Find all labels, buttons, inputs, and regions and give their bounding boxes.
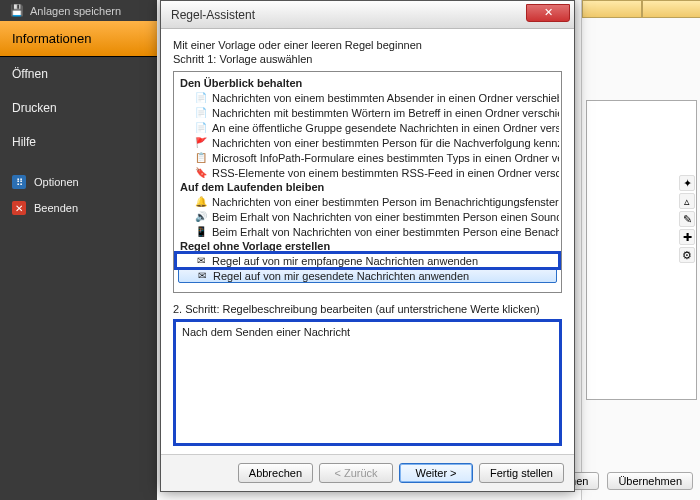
template-item[interactable]: 📋Microsoft InfoPath-Formulare eines best… (176, 150, 559, 165)
sidebar-item-print[interactable]: Drucken (0, 91, 157, 125)
step1-label: Schritt 1: Vorlage auswählen (173, 53, 562, 65)
sidebar-item-help[interactable]: Hilfe (0, 125, 157, 159)
sidebar-sub-label: Optionen (34, 176, 79, 188)
template-item[interactable]: 🔖RSS-Elemente von einem bestimmten RSS-F… (176, 165, 559, 180)
close-icon: ✕ (544, 6, 553, 19)
bg-toolbar: ✦ ▵ ✎ ✚ ⚙ (679, 175, 695, 263)
template-label: Nachrichten von einem bestimmten Absende… (212, 92, 559, 104)
template-item[interactable]: 🔔Nachrichten von einer bestimmten Person… (176, 194, 559, 209)
template-icon: 🔔 (194, 195, 208, 208)
sidebar-item-open[interactable]: Öffnen (0, 57, 157, 91)
template-item[interactable]: ✉Regel auf von mir empfangene Nachrichte… (176, 253, 559, 268)
bg-tool-icon[interactable]: ⚙ (679, 247, 695, 263)
cancel-button[interactable]: Abbrechen (238, 463, 313, 483)
template-icon: 📄 (194, 121, 208, 134)
template-icon: 📱 (194, 225, 208, 238)
template-label: Microsoft InfoPath-Formulare eines besti… (212, 152, 559, 164)
template-icon: 🔊 (194, 210, 208, 223)
sidebar-item-information[interactable]: Informationen (0, 21, 157, 57)
template-item[interactable]: ✉Regel auf von mir gesendete Nachrichten… (178, 268, 557, 283)
background-panel: ✦ ▵ ✎ ✚ ⚙ brechen Übernehmen (581, 0, 700, 500)
template-category: Regel ohne Vorlage erstellen (176, 239, 559, 253)
template-icon: ✉ (194, 254, 208, 267)
next-button[interactable]: Weiter > (399, 463, 473, 483)
template-item[interactable]: 🚩Nachrichten von einer bestimmten Person… (176, 135, 559, 150)
rule-wizard-dialog: Regel-Assistent ✕ Mit einer Vorlage oder… (160, 0, 575, 492)
template-icon: 🔖 (194, 166, 208, 179)
app-window: 💾 Anlagen speichern Informationen Öffnen… (0, 0, 700, 500)
template-item[interactable]: 📄Nachrichten mit bestimmten Wörtern im B… (176, 105, 559, 120)
bg-tabstrip (582, 0, 700, 18)
template-item[interactable]: 📄Nachrichten von einem bestimmten Absend… (176, 90, 559, 105)
template-icon: 📋 (194, 151, 208, 164)
sidebar-item-options[interactable]: ⠿ Optionen (0, 169, 157, 195)
template-item[interactable]: 🔊Beim Erhalt von Nachrichten von einer b… (176, 209, 559, 224)
sidebar-top-item[interactable]: 💾 Anlagen speichern (0, 0, 157, 21)
save-attachments-icon: 💾 (10, 4, 24, 17)
sidebar-sub-label: Beenden (34, 202, 78, 214)
exit-icon: ✕ (12, 201, 26, 215)
template-category: Den Überblick behalten (176, 76, 559, 90)
template-label: Nachrichten von einer bestimmten Person … (212, 137, 559, 149)
template-icon: ✉ (195, 269, 209, 282)
template-label: Nachrichten mit bestimmten Wörtern im Be… (212, 107, 559, 119)
rule-description-text: Nach dem Senden einer Nachricht (182, 326, 350, 338)
template-label: An eine öffentliche Gruppe gesendete Nac… (212, 122, 559, 134)
template-icon: 📄 (194, 91, 208, 104)
bg-tool-icon[interactable]: ▵ (679, 193, 695, 209)
backstage-sidebar: 💾 Anlagen speichern Informationen Öffnen… (0, 0, 157, 500)
dialog-body: Mit einer Vorlage oder einer leeren Rege… (161, 29, 574, 454)
template-listbox[interactable]: Den Überblick behalten📄Nachrichten von e… (173, 71, 562, 293)
back-button: < Zurück (319, 463, 393, 483)
template-label: Beim Erhalt von Nachrichten von einer be… (212, 211, 559, 223)
sidebar-item-exit[interactable]: ✕ Beenden (0, 195, 157, 221)
finish-button[interactable]: Fertig stellen (479, 463, 564, 483)
close-button[interactable]: ✕ (526, 4, 570, 22)
template-label: Beim Erhalt von Nachrichten von einer be… (212, 226, 559, 238)
dialog-footer: Abbrechen < Zurück Weiter > Fertig stell… (161, 454, 574, 491)
bg-apply-button[interactable]: Übernehmen (607, 472, 693, 490)
template-icon: 📄 (194, 106, 208, 119)
dialog-title: Regel-Assistent (171, 8, 526, 22)
template-item[interactable]: 📱Beim Erhalt von Nachrichten von einer b… (176, 224, 559, 239)
sidebar-top-label: Anlagen speichern (30, 5, 121, 17)
template-item[interactable]: 📄An eine öffentliche Gruppe gesendete Na… (176, 120, 559, 135)
template-label: Nachrichten von einer bestimmten Person … (212, 196, 559, 208)
template-label: RSS-Elemente von einem bestimmten RSS-Fe… (212, 167, 559, 179)
bg-tool-icon[interactable]: ✎ (679, 211, 695, 227)
template-label: Regel auf von mir empfangene Nachrichten… (212, 255, 478, 267)
template-category: Auf dem Laufenden bleiben (176, 180, 559, 194)
bg-tool-icon[interactable]: ✦ (679, 175, 695, 191)
options-icon: ⠿ (12, 175, 26, 189)
intro-heading: Mit einer Vorlage oder einer leeren Rege… (173, 39, 562, 51)
template-icon: 🚩 (194, 136, 208, 149)
step2-label: 2. Schritt: Regelbeschreibung bearbeiten… (173, 303, 562, 315)
rule-description-box[interactable]: Nach dem Senden einer Nachricht (173, 319, 562, 446)
bg-tool-icon[interactable]: ✚ (679, 229, 695, 245)
template-label: Regel auf von mir gesendete Nachrichten … (213, 270, 469, 282)
dialog-titlebar: Regel-Assistent ✕ (161, 1, 574, 29)
